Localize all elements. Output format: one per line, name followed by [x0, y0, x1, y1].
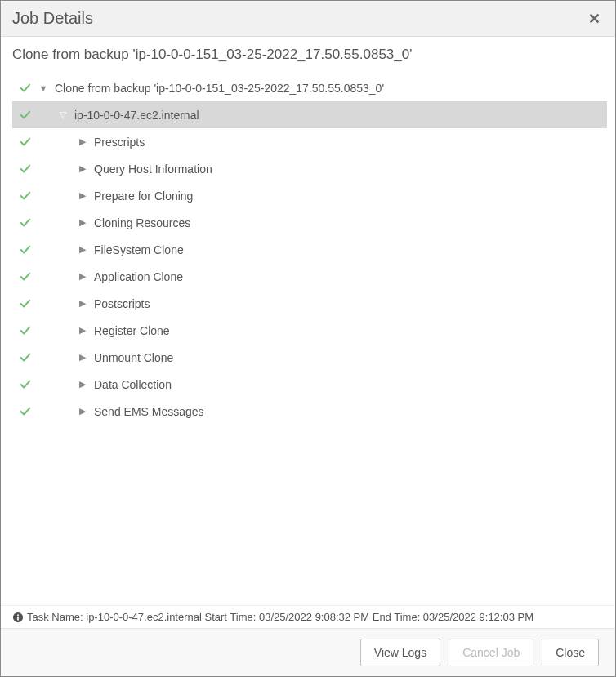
check-icon: [17, 136, 33, 148]
tree-step-label: Register Clone: [94, 324, 170, 337]
chevron-down-icon[interactable]: ▽: [56, 109, 69, 120]
tree-step-label: FileSystem Clone: [94, 243, 184, 256]
tree-host-label: ip-10-0-0-47.ec2.internal: [74, 109, 199, 122]
tree-step-row[interactable]: ▶ Query Host Information: [12, 155, 607, 182]
tree-step-row[interactable]: ▶ Send EMS Messages: [12, 398, 607, 425]
dialog-footer: View Logs Cancel Job Close: [1, 628, 615, 676]
dialog-body[interactable]: Clone from backup 'ip-10-0-0-151_03-25-2…: [1, 37, 615, 605]
job-subtitle: Clone from backup 'ip-10-0-0-151_03-25-2…: [12, 47, 607, 63]
tree-step-label: Prepare for Cloning: [94, 189, 193, 203]
tree-root-label: Clone from backup 'ip-10-0-0-151_03-25-2…: [55, 82, 384, 95]
check-icon: [17, 298, 33, 310]
info-icon: [12, 612, 24, 623]
tree-step-label: Query Host Information: [94, 163, 212, 176]
tree-step-row[interactable]: ▶ Prepare for Cloning: [12, 182, 607, 209]
tree-root-row[interactable]: ▼ Clone from backup 'ip-10-0-0-151_03-25…: [12, 74, 607, 101]
chevron-right-icon[interactable]: ▶: [76, 244, 89, 255]
chevron-down-icon[interactable]: ▼: [37, 83, 50, 93]
check-icon: [17, 190, 33, 202]
tree-step-label: Postscripts: [94, 297, 150, 310]
chevron-right-icon[interactable]: ▶: [76, 325, 89, 336]
dialog-header: Job Details ✕: [1, 1, 615, 37]
check-icon: [17, 163, 33, 175]
chevron-right-icon[interactable]: ▶: [76, 271, 89, 282]
tree-step-row[interactable]: ▶ Postscripts: [12, 290, 607, 317]
tree-step-label: Application Clone: [94, 270, 183, 283]
close-button[interactable]: Close: [542, 639, 599, 666]
dialog-title: Job Details: [12, 9, 93, 28]
chevron-right-icon[interactable]: ▶: [76, 352, 89, 363]
tree-step-row[interactable]: ▶ Data Collection: [12, 371, 607, 398]
chevron-right-icon[interactable]: ▶: [76, 217, 89, 228]
close-icon[interactable]: ✕: [585, 10, 604, 28]
cancel-job-button: Cancel Job: [449, 639, 533, 666]
tree-host-row[interactable]: ▽ ip-10-0-0-47.ec2.internal: [12, 101, 607, 128]
tree-step-label: Cloning Resources: [94, 216, 190, 229]
check-icon: [17, 109, 33, 121]
chevron-right-icon[interactable]: ▶: [76, 298, 89, 309]
tree-step-label: Unmount Clone: [94, 351, 173, 364]
status-bar: Task Name: ip-10-0-0-47.ec2.internal Sta…: [1, 605, 615, 628]
check-icon: [17, 82, 33, 94]
check-icon: [17, 217, 33, 229]
chevron-right-icon[interactable]: ▶: [76, 406, 89, 416]
check-icon: [17, 271, 33, 283]
svg-rect-1: [17, 617, 19, 620]
tree-step-row[interactable]: ▶ Cloning Resources: [12, 209, 607, 236]
svg-rect-2: [17, 614, 19, 616]
tree-step-row[interactable]: ▶ FileSystem Clone: [12, 236, 607, 263]
check-icon: [17, 325, 33, 336]
tree-step-label: Send EMS Messages: [94, 405, 204, 418]
status-text: Task Name: ip-10-0-0-47.ec2.internal Sta…: [27, 611, 533, 623]
tree-step-label: Data Collection: [94, 378, 172, 391]
check-icon: [17, 379, 33, 390]
tree-step-row[interactable]: ▶ Application Clone: [12, 263, 607, 290]
check-icon: [17, 244, 33, 256]
task-tree: ▼ Clone from backup 'ip-10-0-0-151_03-25…: [12, 74, 607, 425]
tree-step-row[interactable]: ▶ Register Clone: [12, 317, 607, 344]
chevron-right-icon[interactable]: ▶: [76, 136, 89, 147]
view-logs-button[interactable]: View Logs: [360, 639, 440, 666]
tree-step-row[interactable]: ▶ Prescripts: [12, 128, 607, 155]
chevron-right-icon[interactable]: ▶: [76, 190, 89, 201]
tree-step-row[interactable]: ▶ Unmount Clone: [12, 344, 607, 371]
chevron-right-icon[interactable]: ▶: [76, 163, 89, 174]
tree-step-label: Prescripts: [94, 136, 145, 149]
chevron-right-icon[interactable]: ▶: [76, 379, 89, 390]
check-icon: [17, 406, 33, 417]
check-icon: [17, 352, 33, 363]
job-details-dialog: Job Details ✕ Clone from backup 'ip-10-0…: [0, 0, 616, 677]
